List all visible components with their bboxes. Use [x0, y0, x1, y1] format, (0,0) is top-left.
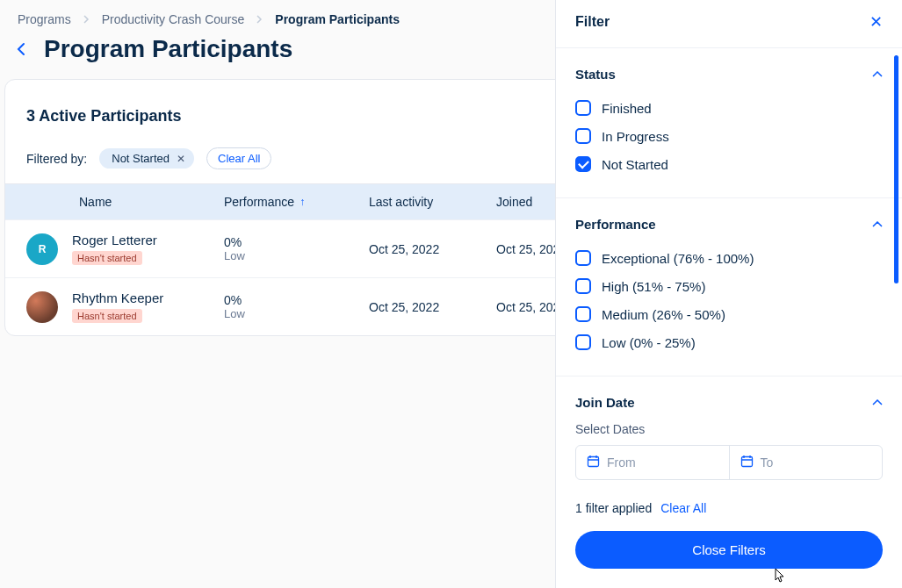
close-icon[interactable]: ✕ — [870, 12, 883, 32]
select-dates-label: Select Dates — [575, 422, 883, 436]
filter-panel: Filter ✕ Status Finished In Progress — [555, 0, 902, 588]
filter-section-join-date: Join Date Select Dates From To — [556, 376, 902, 485]
avatar — [26, 291, 58, 323]
date-from-placeholder: From — [607, 455, 636, 470]
checkbox-icon — [575, 250, 591, 266]
performance-percent: 0% — [224, 235, 369, 249]
filter-section-performance: Performance Exceptional (76% - 100%) Hig… — [556, 198, 902, 376]
filter-section-status: Status Finished In Progress Not Started — [556, 48, 902, 198]
close-filters-button[interactable]: Close Filters — [575, 531, 883, 569]
performance-level: Low — [224, 249, 369, 262]
filter-panel-title: Filter — [575, 14, 610, 30]
date-to-placeholder: To — [761, 455, 774, 470]
filter-option-medium[interactable]: Medium (26% - 50%) — [575, 300, 883, 328]
calendar-icon — [740, 455, 754, 470]
participant-name: Rhythm Keeper — [72, 290, 163, 305]
breadcrumb-course[interactable]: Productivity Crash Course — [102, 12, 245, 26]
filter-option-label: High (51% - 75%) — [602, 279, 705, 294]
filter-option-exceptional[interactable]: Exceptional (76% - 100%) — [575, 244, 883, 272]
filter-option-in-progress[interactable]: In Progress — [575, 122, 883, 150]
participants-count: 3 Active Participants — [26, 107, 181, 125]
checkbox-icon — [575, 306, 591, 322]
checkbox-icon — [575, 128, 591, 144]
checkbox-checked-icon — [575, 156, 591, 172]
date-to-input[interactable]: To — [730, 446, 883, 479]
last-activity-value: Oct 25, 2022 — [369, 242, 496, 256]
calendar-icon — [587, 455, 600, 470]
checkbox-icon — [575, 334, 591, 350]
filter-section-title: Performance — [575, 217, 656, 232]
date-from-input[interactable]: From — [576, 446, 730, 479]
filter-option-label: Low (0% - 25%) — [602, 335, 696, 350]
filter-option-not-started[interactable]: Not Started — [575, 150, 883, 178]
chevron-up-icon[interactable] — [872, 394, 883, 410]
filter-option-label: Not Started — [602, 157, 668, 172]
breadcrumb-current: Program Participants — [275, 12, 400, 26]
svg-rect-1 — [741, 457, 752, 467]
sort-ascending-icon: ↑ — [299, 196, 305, 208]
chevron-right-icon — [83, 12, 90, 26]
col-performance-header[interactable]: Performance ↑ — [224, 195, 369, 209]
filters-applied-text: 1 filter applied — [575, 501, 652, 515]
filter-chip-label: Not Started — [112, 152, 170, 165]
page-title: Program Participants — [44, 35, 292, 63]
remove-chip-icon[interactable]: ✕ — [177, 153, 185, 165]
status-badge: Hasn't started — [72, 251, 142, 265]
clear-all-filters-link[interactable]: Clear All — [660, 501, 706, 515]
filter-option-label: Exceptional (76% - 100%) — [602, 251, 754, 266]
performance-level: Low — [224, 307, 369, 320]
filtered-by-label: Filtered by: — [26, 152, 87, 166]
filter-option-finished[interactable]: Finished — [575, 94, 883, 122]
date-range-picker: From To — [575, 445, 883, 480]
filter-option-label: Finished — [602, 101, 652, 116]
filter-section-title: Status — [575, 67, 616, 82]
filter-option-label: Medium (26% - 50%) — [602, 307, 725, 322]
status-badge: Hasn't started — [72, 309, 142, 323]
checkbox-icon — [575, 100, 591, 116]
chevron-right-icon — [256, 12, 263, 26]
filter-option-high[interactable]: High (51% - 75%) — [575, 272, 883, 300]
col-last-activity-header[interactable]: Last activity — [369, 195, 496, 209]
filter-section-title: Join Date — [575, 395, 635, 410]
last-activity-value: Oct 25, 2022 — [369, 300, 496, 314]
chevron-up-icon[interactable] — [872, 66, 883, 82]
checkbox-icon — [575, 278, 591, 294]
filter-option-label: In Progress — [602, 129, 669, 144]
col-performance-label: Performance — [224, 195, 294, 209]
filter-option-low[interactable]: Low (0% - 25%) — [575, 328, 883, 356]
breadcrumb-programs[interactable]: Programs — [18, 12, 71, 26]
filter-chip-not-started[interactable]: Not Started ✕ — [99, 148, 194, 169]
chevron-up-icon[interactable] — [872, 216, 883, 232]
col-name-header[interactable]: Name — [26, 195, 224, 209]
clear-all-chips-button[interactable]: Clear All — [206, 147, 271, 169]
performance-percent: 0% — [224, 293, 369, 307]
participant-name: Roger Letterer — [72, 233, 157, 247]
back-button[interactable] — [12, 40, 30, 58]
avatar: R — [26, 233, 58, 265]
svg-rect-0 — [588, 457, 599, 467]
scrollbar[interactable] — [894, 55, 898, 283]
